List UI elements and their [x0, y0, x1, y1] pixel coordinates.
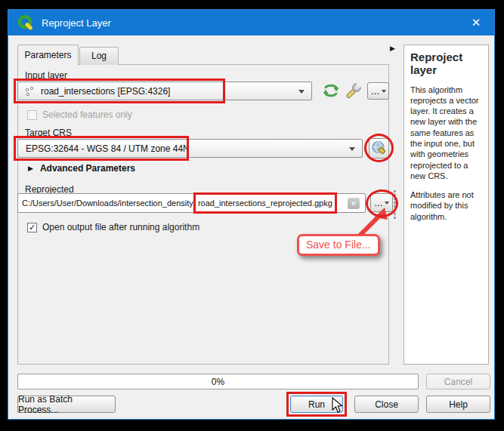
chevron-down-icon	[382, 90, 386, 93]
edit-settings-button[interactable]	[345, 82, 363, 100]
open-output-row: ✓ Open output file after running algorit…	[27, 222, 199, 232]
selected-features-checkbox[interactable]	[27, 110, 37, 120]
reproject-layer-dialog: Reproject Layer ✕ Parameters Log Input l…	[8, 9, 495, 420]
window-title: Reproject Layer	[42, 17, 111, 29]
wrench-icon	[345, 82, 363, 100]
close-dialog-button[interactable]: Close	[354, 396, 419, 413]
chevron-down-icon	[298, 90, 305, 94]
progress-bar: 0%	[17, 374, 419, 389]
help-paragraph: This algorithm reprojects a vector layer…	[410, 85, 482, 182]
target-crs-label: Target CRS	[25, 128, 72, 138]
collapsed-arrow-icon: ▶	[28, 165, 33, 172]
iterate-over-layer-button[interactable]	[321, 82, 341, 100]
run-as-batch-button[interactable]: Run as Batch Process...	[17, 396, 116, 413]
input-layer-select[interactable]: road_intersections [EPSG:4326]	[17, 82, 312, 100]
help-paragraph: Attributes are not modified by this algo…	[410, 189, 482, 222]
selected-features-label: Selected features only	[42, 109, 132, 120]
globe-edit-icon	[371, 140, 387, 156]
screen: Reproject Layer ✕ Parameters Log Input l…	[0, 0, 504, 431]
cancel-button[interactable]: Cancel	[426, 374, 490, 389]
open-output-label: Open output file after running algorithm	[42, 222, 199, 232]
input-layer-value: road_intersections [EPSG:4326]	[41, 86, 170, 97]
ellipsis-icon: …	[371, 86, 380, 97]
input-options-button[interactable]: …	[367, 82, 389, 100]
advanced-parameters-toggle[interactable]: ▶ Advanced Parameters	[28, 163, 135, 174]
tab-parameters[interactable]: Parameters	[17, 45, 79, 65]
output-path-prefix: C:/Users/User/Downloads/intersection_den…	[22, 199, 196, 208]
tab-log[interactable]: Log	[79, 47, 119, 65]
point-layer-icon	[24, 86, 35, 97]
splitter-handle[interactable]	[394, 189, 396, 220]
output-file-input[interactable]: C:/Users/User/Downloads/intersection_den…	[17, 193, 366, 213]
chevron-down-icon	[349, 147, 355, 151]
progress-value: 0%	[212, 377, 224, 387]
target-crs-value: EPSG:32644 - WGS 84 / UTM zone 44N	[26, 143, 190, 154]
advanced-parameters-label: Advanced Parameters	[40, 163, 135, 174]
input-layer-label: Input layer	[25, 70, 67, 81]
qgis-logo-icon	[17, 14, 34, 31]
titlebar[interactable]: Reproject Layer ✕	[8, 10, 494, 35]
help-panel: Reproject layer This algorithm reproject…	[404, 45, 489, 365]
annotation-arrow	[347, 206, 395, 238]
target-crs-select[interactable]: EPSG:32644 - WGS 84 / UTM zone 44N	[17, 139, 363, 158]
annotation-filename-highlight: road_intersections_reprojected.gpkg	[193, 192, 337, 214]
run-button[interactable]: Run	[290, 396, 343, 413]
close-button[interactable]: ✕	[458, 10, 494, 35]
open-output-checkbox[interactable]: ✓	[27, 223, 37, 232]
help-button[interactable]: Help	[426, 396, 490, 413]
annotation-callout: Save to File...	[297, 234, 380, 256]
selected-features-row: Selected features only	[27, 109, 132, 120]
chevron-down-icon	[385, 202, 389, 205]
help-title: Reproject layer	[410, 51, 482, 77]
iterate-icon	[321, 82, 341, 100]
output-path-filename: road_intersections_reprojected.gpkg	[198, 199, 332, 208]
select-crs-button[interactable]	[369, 138, 389, 159]
collapse-panel-icon[interactable]: ▶	[390, 45, 395, 52]
